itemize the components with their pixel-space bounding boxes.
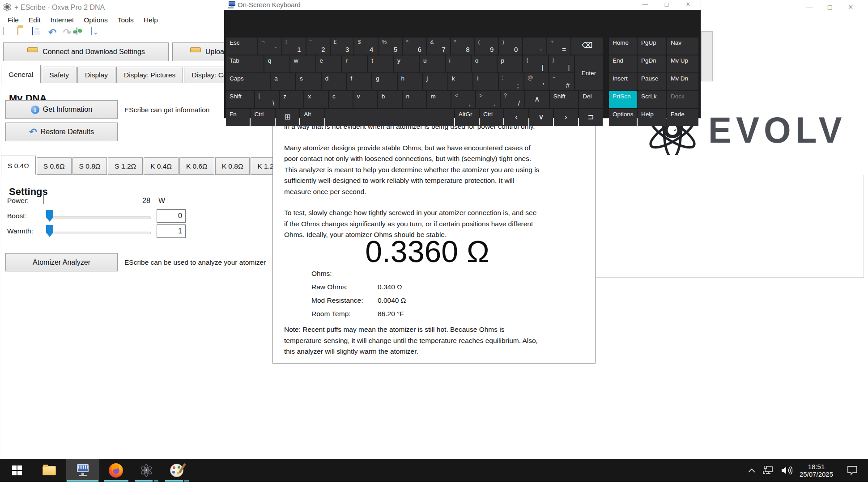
key[interactable]: End [609,55,637,72]
key[interactable]: ∨ [529,109,553,126]
profile-tab[interactable]: S 0.6Ω [37,157,72,175]
key[interactable]: += [547,38,570,55]
key[interactable]: Caps [226,73,270,90]
key[interactable]: ⌫ [571,38,603,55]
menu-item[interactable]: Internet [46,15,79,25]
key[interactable]: PgUp [638,38,666,55]
boost-slider-track[interactable] [46,216,151,219]
taskbar-paint[interactable] [164,459,190,482]
key[interactable]: ‹ [504,109,528,126]
key[interactable]: PgDn [638,55,666,72]
key[interactable]: %5 [379,38,402,55]
key[interactable]: Esc [226,38,257,55]
key[interactable]: "2 [306,38,330,55]
redo-icon[interactable]: ↷ [62,27,72,38]
key[interactable]: }] [549,55,574,72]
key[interactable]: Mv Dn [667,73,698,90]
key[interactable]: ⊞ [276,109,299,126]
key[interactable]: c [329,91,353,108]
taskbar-clock[interactable]: 18:51 25/07/2025 [800,463,833,478]
key[interactable]: *8 [451,38,474,55]
key[interactable]: b [378,91,402,108]
internet-globe-icon[interactable] [77,27,87,38]
key[interactable]: Mv Up [667,55,698,72]
key[interactable]: |\ [255,91,279,108]
volume-icon[interactable] [781,466,792,475]
save-icon[interactable] [32,27,43,38]
key[interactable]: Fade [667,109,698,126]
key[interactable]: x [304,91,328,108]
key[interactable] [325,109,454,126]
osk-maximize-icon[interactable]: ◻ [656,0,677,9]
start-button[interactable] [4,459,30,482]
key[interactable]: y [394,55,419,72]
action-center-icon[interactable] [847,465,858,476]
undo-icon[interactable]: ↶ [47,27,58,38]
profile-tab[interactable]: K 0.8Ω [215,157,250,175]
comment-icon[interactable] [91,27,102,38]
key[interactable]: m [427,91,451,108]
menu-item[interactable]: Options [79,15,112,25]
connect-download-button[interactable]: ▼ Connect and Download Settings [3,42,169,61]
key[interactable]: Ctrl [251,109,274,126]
key[interactable]: e [316,55,341,72]
key[interactable]: r [342,55,367,72]
key[interactable]: :; [499,73,523,90]
profile-tab[interactable]: S 0.8Ω [72,157,107,175]
profile-tab[interactable]: S 1.2Ω [108,157,143,175]
key[interactable]: Dock [667,91,698,108]
key[interactable]: {[ [523,55,548,72]
key[interactable]: Options [609,109,637,126]
restore-defaults-button[interactable]: ↶ Restore Defaults [5,123,118,141]
taskbar-osk[interactable] [66,459,99,482]
key[interactable]: o [472,55,497,72]
key[interactable]: q [264,55,289,72]
key[interactable]: › [554,109,578,126]
key[interactable]: i [446,55,471,72]
menu-item[interactable]: File [3,15,24,25]
key[interactable]: Home [609,38,637,55]
open-file-icon[interactable] [17,27,28,38]
key[interactable]: )0 [499,38,522,55]
key[interactable]: _- [523,38,546,55]
key[interactable]: t [368,55,393,72]
key[interactable]: d [322,73,346,90]
profile-tab[interactable]: S 0.4Ω [1,156,36,175]
profile-tab[interactable]: K 0.6Ω [179,157,214,175]
key[interactable]: v [353,91,377,108]
key[interactable]: !1 [282,38,306,55]
profile-tab[interactable]: K 0.4Ω [144,157,179,175]
key[interactable]: a [271,73,295,90]
osk-title-bar[interactable]: On-Screen Keyboard — ◻ ✕ [224,0,701,10]
key[interactable]: AltGr [455,109,479,126]
key[interactable]: Help [638,109,666,126]
maximize-icon[interactable]: ◻ [820,1,840,13]
key[interactable]: f [347,73,371,90]
key[interactable]: Del [579,91,603,108]
minimize-icon[interactable]: — [799,1,820,13]
taskbar-escribe[interactable] [133,459,159,482]
warmth-slider-thumb[interactable] [46,225,53,237]
key[interactable]: Pause [638,73,666,90]
key[interactable]: g [372,73,397,90]
key[interactable]: n [403,91,426,108]
key[interactable]: Nav [667,38,698,55]
key[interactable]: £3 [331,38,354,55]
network-icon[interactable] [763,466,774,475]
key[interactable]: u [420,55,445,72]
power-slider-thumb[interactable] [43,193,44,204]
key[interactable]: s [296,73,321,90]
get-information-button[interactable]: i Get Information [5,100,118,119]
key[interactable]: Insert [609,73,637,90]
key[interactable]: ⊐ [579,109,603,126]
key[interactable]: &7 [427,38,450,55]
key[interactable]: k [448,73,473,90]
key[interactable]: w [290,55,315,72]
key[interactable]: Shift [226,91,254,108]
enter-key[interactable]: Enter [575,55,603,90]
osk-minimize-icon[interactable]: — [634,0,656,9]
key[interactable]: ?/ [501,91,524,108]
key[interactable]: Ctrl [480,109,503,126]
osk-close-icon[interactable]: ✕ [677,0,699,9]
key[interactable]: p [498,55,523,72]
